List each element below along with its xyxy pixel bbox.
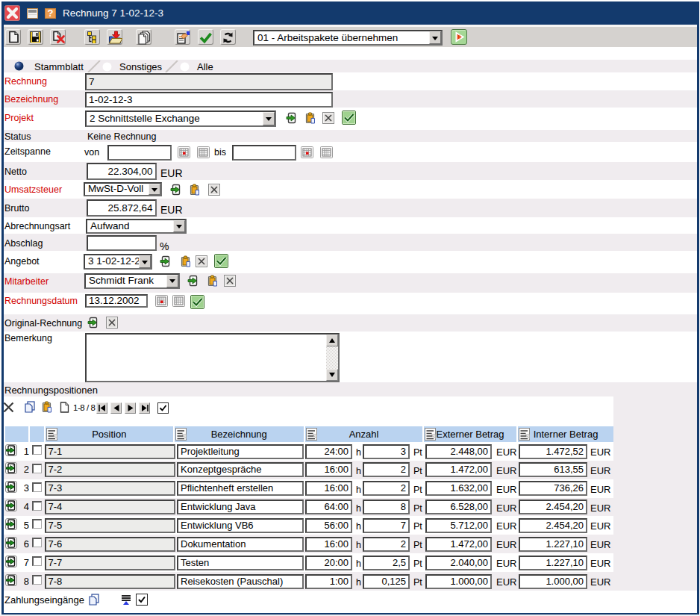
svg-text:?: ? [48, 8, 54, 19]
